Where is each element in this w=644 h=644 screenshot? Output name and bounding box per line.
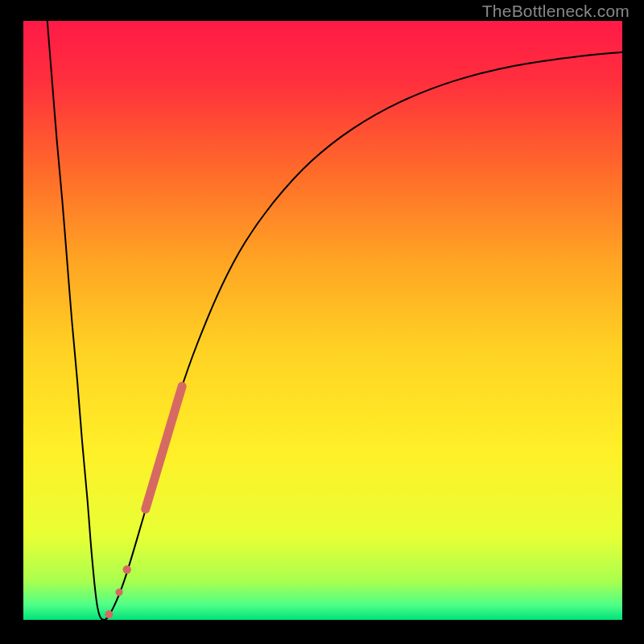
chart-frame: TheBottleneck.com xyxy=(0,0,644,644)
highlight-dot-upper xyxy=(123,565,131,573)
highlight-dot-lower xyxy=(105,610,113,618)
highlight-dot-mid xyxy=(115,588,122,596)
watermark-text: TheBottleneck.com xyxy=(482,2,630,21)
plot-area xyxy=(23,21,622,620)
gradient-background xyxy=(23,21,622,620)
